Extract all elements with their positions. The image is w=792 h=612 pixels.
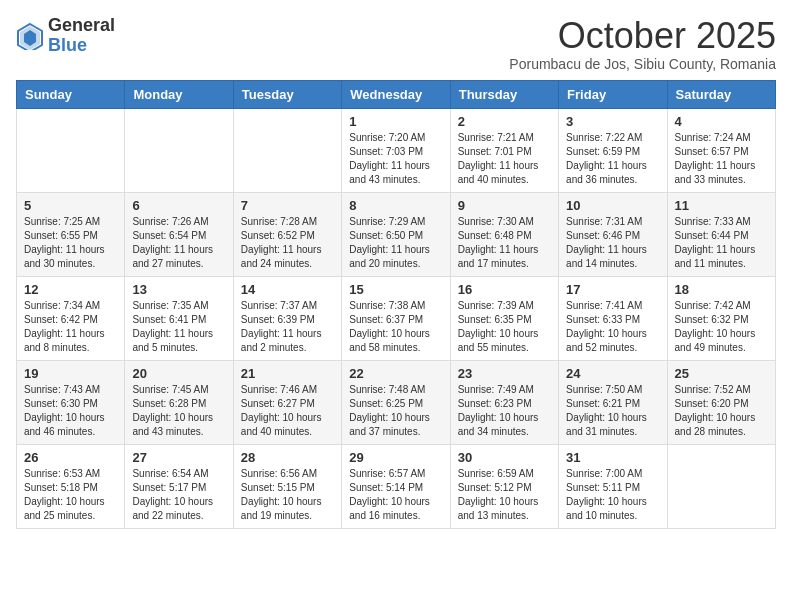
day-info: Sunrise: 7:28 AM Sunset: 6:52 PM Dayligh… xyxy=(241,215,334,271)
day-number: 11 xyxy=(675,198,768,213)
calendar-week-row: 19Sunrise: 7:43 AM Sunset: 6:30 PM Dayli… xyxy=(17,360,776,444)
calendar-week-row: 5Sunrise: 7:25 AM Sunset: 6:55 PM Daylig… xyxy=(17,192,776,276)
calendar-day-cell: 10Sunrise: 7:31 AM Sunset: 6:46 PM Dayli… xyxy=(559,192,667,276)
day-info: Sunrise: 6:59 AM Sunset: 5:12 PM Dayligh… xyxy=(458,467,551,523)
calendar-day-cell: 6Sunrise: 7:26 AM Sunset: 6:54 PM Daylig… xyxy=(125,192,233,276)
day-number: 7 xyxy=(241,198,334,213)
day-info: Sunrise: 7:31 AM Sunset: 6:46 PM Dayligh… xyxy=(566,215,659,271)
calendar-day-cell xyxy=(125,108,233,192)
day-info: Sunrise: 7:33 AM Sunset: 6:44 PM Dayligh… xyxy=(675,215,768,271)
day-info: Sunrise: 7:26 AM Sunset: 6:54 PM Dayligh… xyxy=(132,215,225,271)
day-info: Sunrise: 7:45 AM Sunset: 6:28 PM Dayligh… xyxy=(132,383,225,439)
calendar-day-cell: 31Sunrise: 7:00 AM Sunset: 5:11 PM Dayli… xyxy=(559,444,667,528)
day-number: 19 xyxy=(24,366,117,381)
day-number: 10 xyxy=(566,198,659,213)
day-number: 15 xyxy=(349,282,442,297)
logo-blue: Blue xyxy=(48,35,87,55)
day-info: Sunrise: 7:22 AM Sunset: 6:59 PM Dayligh… xyxy=(566,131,659,187)
day-info: Sunrise: 6:57 AM Sunset: 5:14 PM Dayligh… xyxy=(349,467,442,523)
calendar-day-cell: 25Sunrise: 7:52 AM Sunset: 6:20 PM Dayli… xyxy=(667,360,775,444)
day-number: 6 xyxy=(132,198,225,213)
day-info: Sunrise: 7:35 AM Sunset: 6:41 PM Dayligh… xyxy=(132,299,225,355)
calendar-day-cell: 27Sunrise: 6:54 AM Sunset: 5:17 PM Dayli… xyxy=(125,444,233,528)
page-header: General Blue October 2025 Porumbacu de J… xyxy=(16,16,776,72)
day-of-week-header: Tuesday xyxy=(233,80,341,108)
day-number: 12 xyxy=(24,282,117,297)
day-info: Sunrise: 6:53 AM Sunset: 5:18 PM Dayligh… xyxy=(24,467,117,523)
calendar-day-cell: 16Sunrise: 7:39 AM Sunset: 6:35 PM Dayli… xyxy=(450,276,558,360)
day-number: 26 xyxy=(24,450,117,465)
calendar-day-cell: 11Sunrise: 7:33 AM Sunset: 6:44 PM Dayli… xyxy=(667,192,775,276)
day-info: Sunrise: 7:24 AM Sunset: 6:57 PM Dayligh… xyxy=(675,131,768,187)
calendar-day-cell xyxy=(233,108,341,192)
calendar-day-cell: 4Sunrise: 7:24 AM Sunset: 6:57 PM Daylig… xyxy=(667,108,775,192)
day-number: 20 xyxy=(132,366,225,381)
location-subtitle: Porumbacu de Jos, Sibiu County, Romania xyxy=(509,56,776,72)
day-of-week-header: Thursday xyxy=(450,80,558,108)
calendar-day-cell: 18Sunrise: 7:42 AM Sunset: 6:32 PM Dayli… xyxy=(667,276,775,360)
day-of-week-header: Sunday xyxy=(17,80,125,108)
day-info: Sunrise: 7:30 AM Sunset: 6:48 PM Dayligh… xyxy=(458,215,551,271)
calendar-week-row: 12Sunrise: 7:34 AM Sunset: 6:42 PM Dayli… xyxy=(17,276,776,360)
calendar-day-cell: 28Sunrise: 6:56 AM Sunset: 5:15 PM Dayli… xyxy=(233,444,341,528)
calendar-day-cell: 22Sunrise: 7:48 AM Sunset: 6:25 PM Dayli… xyxy=(342,360,450,444)
calendar-day-cell: 12Sunrise: 7:34 AM Sunset: 6:42 PM Dayli… xyxy=(17,276,125,360)
day-number: 4 xyxy=(675,114,768,129)
day-number: 31 xyxy=(566,450,659,465)
calendar-day-cell: 14Sunrise: 7:37 AM Sunset: 6:39 PM Dayli… xyxy=(233,276,341,360)
calendar-day-cell: 1Sunrise: 7:20 AM Sunset: 7:03 PM Daylig… xyxy=(342,108,450,192)
day-info: Sunrise: 7:42 AM Sunset: 6:32 PM Dayligh… xyxy=(675,299,768,355)
day-number: 1 xyxy=(349,114,442,129)
logo: General Blue xyxy=(16,16,115,56)
day-number: 23 xyxy=(458,366,551,381)
calendar-day-cell: 7Sunrise: 7:28 AM Sunset: 6:52 PM Daylig… xyxy=(233,192,341,276)
day-of-week-header: Wednesday xyxy=(342,80,450,108)
calendar-day-cell: 9Sunrise: 7:30 AM Sunset: 6:48 PM Daylig… xyxy=(450,192,558,276)
day-number: 3 xyxy=(566,114,659,129)
day-info: Sunrise: 7:46 AM Sunset: 6:27 PM Dayligh… xyxy=(241,383,334,439)
day-number: 28 xyxy=(241,450,334,465)
day-number: 8 xyxy=(349,198,442,213)
day-info: Sunrise: 7:41 AM Sunset: 6:33 PM Dayligh… xyxy=(566,299,659,355)
day-info: Sunrise: 7:48 AM Sunset: 6:25 PM Dayligh… xyxy=(349,383,442,439)
day-number: 17 xyxy=(566,282,659,297)
day-info: Sunrise: 7:43 AM Sunset: 6:30 PM Dayligh… xyxy=(24,383,117,439)
day-number: 24 xyxy=(566,366,659,381)
calendar-day-cell xyxy=(667,444,775,528)
day-info: Sunrise: 7:29 AM Sunset: 6:50 PM Dayligh… xyxy=(349,215,442,271)
day-number: 27 xyxy=(132,450,225,465)
calendar-day-cell: 29Sunrise: 6:57 AM Sunset: 5:14 PM Dayli… xyxy=(342,444,450,528)
day-info: Sunrise: 7:49 AM Sunset: 6:23 PM Dayligh… xyxy=(458,383,551,439)
day-number: 25 xyxy=(675,366,768,381)
calendar-day-cell: 19Sunrise: 7:43 AM Sunset: 6:30 PM Dayli… xyxy=(17,360,125,444)
day-number: 21 xyxy=(241,366,334,381)
calendar-day-cell: 2Sunrise: 7:21 AM Sunset: 7:01 PM Daylig… xyxy=(450,108,558,192)
day-of-week-header: Monday xyxy=(125,80,233,108)
day-info: Sunrise: 6:56 AM Sunset: 5:15 PM Dayligh… xyxy=(241,467,334,523)
day-info: Sunrise: 7:39 AM Sunset: 6:35 PM Dayligh… xyxy=(458,299,551,355)
logo-general: General xyxy=(48,15,115,35)
logo-text: General Blue xyxy=(48,16,115,56)
calendar-week-row: 1Sunrise: 7:20 AM Sunset: 7:03 PM Daylig… xyxy=(17,108,776,192)
day-number: 16 xyxy=(458,282,551,297)
day-number: 14 xyxy=(241,282,334,297)
day-number: 5 xyxy=(24,198,117,213)
day-info: Sunrise: 7:37 AM Sunset: 6:39 PM Dayligh… xyxy=(241,299,334,355)
calendar-day-cell: 26Sunrise: 6:53 AM Sunset: 5:18 PM Dayli… xyxy=(17,444,125,528)
day-of-week-header: Saturday xyxy=(667,80,775,108)
calendar-day-cell: 21Sunrise: 7:46 AM Sunset: 6:27 PM Dayli… xyxy=(233,360,341,444)
calendar-day-cell: 5Sunrise: 7:25 AM Sunset: 6:55 PM Daylig… xyxy=(17,192,125,276)
day-number: 2 xyxy=(458,114,551,129)
day-info: Sunrise: 7:52 AM Sunset: 6:20 PM Dayligh… xyxy=(675,383,768,439)
calendar-week-row: 26Sunrise: 6:53 AM Sunset: 5:18 PM Dayli… xyxy=(17,444,776,528)
calendar-day-cell: 13Sunrise: 7:35 AM Sunset: 6:41 PM Dayli… xyxy=(125,276,233,360)
day-info: Sunrise: 6:54 AM Sunset: 5:17 PM Dayligh… xyxy=(132,467,225,523)
day-number: 18 xyxy=(675,282,768,297)
calendar-header-row: SundayMondayTuesdayWednesdayThursdayFrid… xyxy=(17,80,776,108)
month-title: October 2025 xyxy=(509,16,776,56)
calendar-table: SundayMondayTuesdayWednesdayThursdayFrid… xyxy=(16,80,776,529)
calendar-day-cell: 8Sunrise: 7:29 AM Sunset: 6:50 PM Daylig… xyxy=(342,192,450,276)
day-number: 9 xyxy=(458,198,551,213)
day-info: Sunrise: 7:50 AM Sunset: 6:21 PM Dayligh… xyxy=(566,383,659,439)
day-number: 13 xyxy=(132,282,225,297)
